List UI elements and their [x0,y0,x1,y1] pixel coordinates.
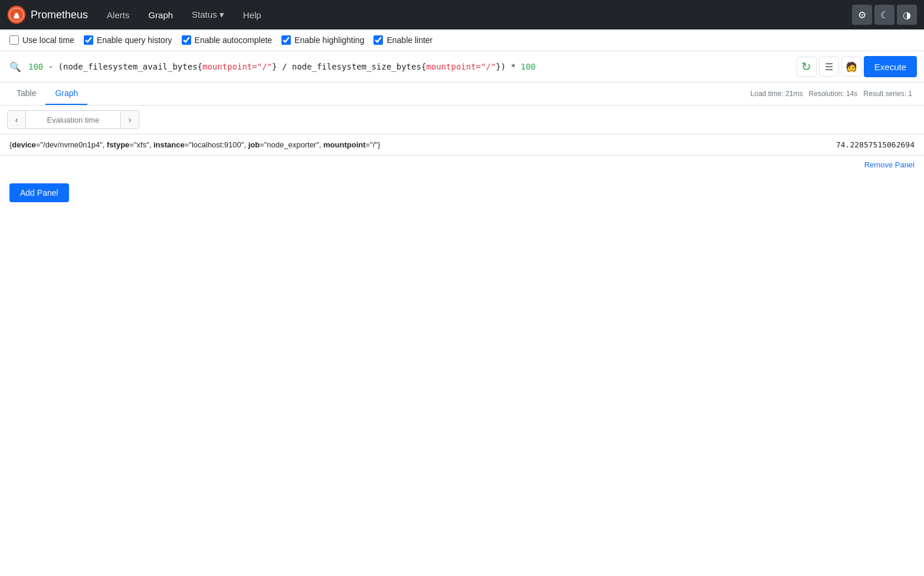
tab-table[interactable]: Table [7,83,45,105]
nav-graph[interactable]: Graph [141,5,180,25]
panel: Table Graph Load time: 21ms Resolution: … [0,83,924,174]
format-button[interactable]: ☰ [819,57,839,77]
label-instance: instance [153,140,185,149]
svg-point-1 [15,13,18,16]
navbar-icons: ⚙ ☾ ◑ [852,5,917,25]
nav-alerts[interactable]: Alerts [100,5,136,25]
enable-linter-checkbox[interactable] [373,35,383,45]
settings-button[interactable]: ⚙ [852,5,872,25]
prometheus-logo [7,5,26,24]
metrics-explorer-button[interactable]: 🧑 [841,57,861,77]
eval-next-button[interactable]: › [120,110,139,129]
theme-button[interactable]: ☾ [874,5,894,25]
tabs-row: Table Graph Load time: 21ms Resolution: … [0,83,924,106]
metric-labels: {device="/dev/nvme0n1p4", fstype="xfs", … [0,134,647,156]
navbar: Prometheus Alerts Graph Status ▾ Help ⚙ … [0,0,924,29]
add-panel-row: Add Panel [0,174,924,212]
label-job: job [248,140,260,149]
brand-link[interactable]: Prometheus [7,5,88,24]
load-time: Load time: 21ms [751,90,803,98]
metric-value: 74.22857515062694 [647,134,924,156]
checkbox-enable-autocomplete[interactable]: Enable autocomplete [182,35,273,45]
add-panel-button[interactable]: Add Panel [9,183,69,202]
tab-graph[interactable]: Graph [45,83,87,105]
checkbox-enable-highlighting[interactable]: Enable highlighting [281,35,364,45]
label-fstype: fstype [107,140,129,149]
nav-status-btn[interactable]: Status ▾ [185,5,231,25]
query-part-5: mountpoint="/" [426,62,496,71]
table-row: {device="/dev/nvme0n1p4", fstype="xfs", … [0,134,924,156]
checkbox-use-local-time[interactable]: Use local time [9,35,74,45]
execute-button[interactable]: Execute [864,56,917,77]
refresh-button[interactable]: ↻ [797,57,817,77]
result-table: {device="/dev/nvme0n1p4", fstype="xfs", … [0,134,924,156]
query-part-1: 100 [28,62,43,71]
query-bar: 🔍 100 - (node_filesystem_avail_bytes{mou… [0,51,924,83]
result-series: Result series: 1 [863,90,912,98]
checkbox-enable-query-history[interactable]: Enable query history [84,35,172,45]
remove-panel-link[interactable]: Remove Panel [864,160,915,169]
brand-text: Prometheus [31,9,88,21]
contrast-button[interactable]: ◑ [897,5,917,25]
query-part-2: - (node_filesystem_avail_bytes{ [43,62,202,71]
enable-highlighting-checkbox[interactable] [281,35,291,45]
query-input-display[interactable]: 100 - (node_filesystem_avail_bytes{mount… [28,62,792,71]
query-part-7: 100 [521,62,536,71]
checkbox-enable-linter[interactable]: Enable linter [373,35,432,45]
label-device: device [12,140,35,149]
tabs-meta: Load time: 21ms Resolution: 14s Result s… [746,90,917,98]
resolution: Resolution: 14s [809,90,858,98]
eval-prev-button[interactable]: ‹ [7,110,26,129]
query-part-4: } / node_filesystem_size_bytes{ [272,62,426,71]
enable-query-history-checkbox[interactable] [84,35,93,45]
label-mountpoint: mountpoint [323,140,365,149]
search-icon: 🔍 [7,59,24,75]
enable-autocomplete-checkbox[interactable] [182,35,191,45]
nav-status-dropdown[interactable]: Status ▾ [185,5,231,25]
eval-time-row: ‹ › [0,106,924,134]
nav-help[interactable]: Help [236,5,268,25]
toolbar-row: Use local time Enable query history Enab… [0,29,924,51]
query-actions: ↻ ☰ 🧑 Execute [797,56,917,77]
remove-panel-row: Remove Panel [0,156,924,174]
use-local-time-checkbox[interactable] [9,35,19,45]
eval-time-input[interactable] [26,110,120,129]
query-part-6: }) * [496,62,520,71]
query-part-3: mountpoint="/" [202,62,272,71]
